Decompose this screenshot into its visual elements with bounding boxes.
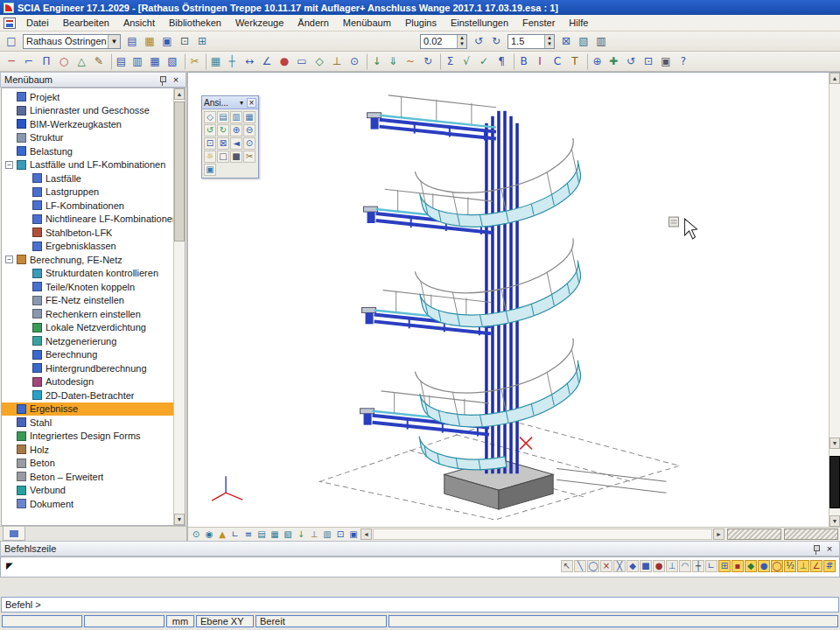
coord-system-icon[interactable]: ∟ [229,528,242,541]
grid-snap-icon[interactable]: ⊞ [718,560,731,572]
light-icon[interactable]: ☼ [204,150,216,163]
copy-icon[interactable]: ▤ [111,53,129,70]
viewport-3d[interactable]: Ansi... ▾ × ◇▤▥▦↺↻⊕⊖⊡⊠◄⊙☼□■✂▣ ▲ ▼ ▼ [188,72,840,541]
menu-item[interactable]: Datei [19,15,56,31]
rendering-icon[interactable]: ▧ [282,528,294,541]
zoom-all-icon[interactable]: ⊠ [557,33,575,50]
window-icon[interactable]: ▦ [146,53,164,70]
menu-item[interactable]: Fenster [515,15,562,31]
zoom-out-icon[interactable]: ⊖ [243,124,256,136]
model-display-icon[interactable]: ▥ [321,528,333,541]
perpendicular-snap-icon[interactable]: ⊥ [666,560,678,572]
menu-item[interactable]: Menübaum [336,15,398,31]
spinner-arrows-icon[interactable]: ▲▼ [457,35,466,48]
view-panel-header[interactable]: Ansi... ▾ × [202,96,258,109]
visibility-icon[interactable]: ◉ [203,528,215,541]
view-axo-icon[interactable]: ◇ [204,111,216,123]
tree-item[interactable]: Struktur [2,131,173,145]
tree-item[interactable]: Berechnung [2,348,173,362]
view-settings-icon[interactable]: ▣ [204,164,216,176]
hscrollbar-thumb[interactable] [727,528,781,540]
tree-item[interactable]: Beton [2,457,173,471]
node2-snap-icon[interactable]: ● [758,560,770,572]
scroll-left-icon[interactable]: ◄ [360,528,372,540]
length-snap-icon[interactable]: # [823,560,836,572]
tree-item[interactable]: FE-Netz einstellen [2,294,173,308]
mesh-size-spinner[interactable]: 0.02 ▲▼ [420,34,467,49]
menu-item[interactable]: Ändern [290,15,335,31]
triangle-icon[interactable]: △ [73,53,90,70]
scroll-up-icon[interactable]: ▲ [830,73,840,84]
middle-snap-icon[interactable]: ◆ [745,560,757,572]
scrollbar-thumb[interactable] [174,102,185,242]
tree-item[interactable]: Netzgenerierung [2,334,173,348]
tree-item[interactable]: Stahl [2,416,173,430]
hscrollbar-thumb[interactable] [784,528,838,540]
hscrollbar-track[interactable] [373,528,712,540]
tree-item[interactable]: Lastgruppen [2,186,173,200]
rotate-right-icon[interactable]: ↻ [217,124,229,136]
tree-item[interactable]: Holz [2,443,173,457]
tree-item[interactable]: LF-Kombinationen [2,199,173,213]
tree-item[interactable]: Teile/Knoten koppeln [2,280,173,294]
view-front-icon[interactable]: ▤ [217,111,229,123]
node-snap-icon[interactable]: ● [653,560,665,572]
beam-icon[interactable]: ▭ [293,53,311,70]
activity-icon[interactable]: ▲ [216,528,228,541]
delete-mode-icon[interactable]: × [600,560,612,572]
status-plane[interactable]: Ebene XY [196,615,254,627]
steel-check-icon[interactable]: B [514,53,531,70]
circle-mode-icon[interactable]: ◯ [587,560,599,572]
intersect-mode-icon[interactable]: ╳ [613,560,626,572]
scroll-down-icon[interactable]: ▼ [174,514,185,525]
zoom-in-icon[interactable]: ⊕ [230,124,242,136]
point-load-icon[interactable]: ↓ [367,53,384,70]
line-load-icon[interactable]: ⇓ [384,53,402,70]
tree-item[interactable]: Lokale Netzverdichtung [2,321,173,335]
grid-icon[interactable]: ▦ [206,53,223,70]
dimension-icon[interactable]: ↔ [241,53,258,70]
menu-item[interactable]: Bibliotheken [162,15,228,31]
perp2-snap-icon[interactable]: ⊥ [797,560,809,572]
ortho-icon[interactable]: ∟ [705,560,718,572]
zoom-prev-icon[interactable]: ◄ [230,137,242,150]
menu-item[interactable]: Ansicht [116,15,162,31]
wireframe-icon[interactable]: □ [217,150,229,163]
timber-icon[interactable]: T [566,53,584,70]
expander-icon[interactable] [5,256,13,263]
midpoint-snap-icon[interactable]: ◆ [626,560,639,572]
command-input[interactable]: Befehl > [1,597,839,612]
chevron-down-icon[interactable]: ▼ [108,35,120,48]
tree-item[interactable]: Lastfälle und LF-Kombinationen [2,158,173,172]
tree-item[interactable]: Berechnung, FE-Netz [2,253,173,267]
new-project-icon[interactable]: □ [3,33,20,50]
menu-item[interactable]: Bearbeiten [56,15,116,31]
viewport-vscrollbar[interactable]: ▲ ▼ ▼ [829,73,840,527]
angle-icon[interactable]: ∠ [258,53,276,70]
rotate-icon[interactable]: ↺ [622,53,640,70]
labels-icon[interactable]: ▤ [256,528,268,541]
supports-display-icon[interactable]: ⊥ [308,528,320,541]
expander-icon[interactable] [5,161,13,169]
scale-factor-spinner[interactable]: 1.5 ▲▼ [508,34,555,49]
menu-item[interactable]: Einstellungen [444,15,515,31]
project-combo[interactable]: Rathaus Östringen ▼ [23,34,121,49]
circle2-snap-icon[interactable]: ◯ [771,560,783,572]
scrollbar-track[interactable] [174,100,185,514]
chevron-down-icon[interactable]: ▾ [237,99,246,107]
close-icon[interactable]: × [170,74,182,86]
close-icon[interactable]: × [247,98,256,108]
paste-icon[interactable]: ▥ [129,53,146,70]
command-output[interactable]: ◤ ↖╲◯×╳◆■●⊥◠┼∟⊞▪◆●◯½⊥∠# [0,556,840,578]
pencil-icon[interactable]: ✎ [90,53,108,70]
layers2-icon[interactable]: ▧ [164,53,181,70]
redo-icon[interactable]: ↻ [487,33,505,50]
save-icon[interactable]: ▣ [158,33,176,50]
document-system-icon[interactable] [4,18,16,29]
tree-item[interactable]: BIM-Werkzeugkasten [2,117,173,131]
open-icon[interactable]: ▦ [141,33,158,50]
view-params-icon[interactable]: ⊡ [334,528,346,541]
concrete-icon[interactable]: C [549,53,566,70]
shading-icon[interactable]: ■ [230,150,242,163]
select-mode-icon[interactable]: ↖ [561,560,573,572]
